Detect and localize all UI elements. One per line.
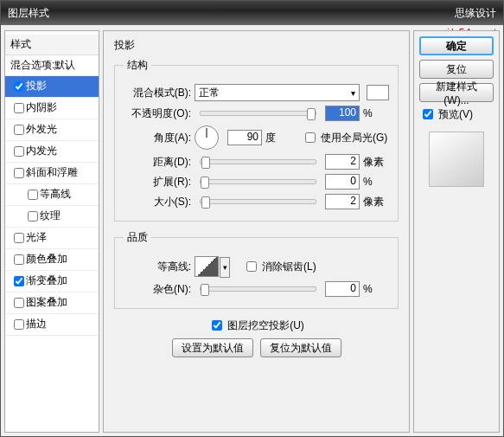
style-item-4[interactable]: 斜面和浮雕 — [5, 163, 99, 184]
size-unit: 像素 — [363, 195, 389, 209]
style-item-8[interactable]: 颜色叠加 — [5, 249, 99, 271]
knockout-row: 图层挖空投影(U) — [114, 318, 399, 333]
style-item-label: 投影 — [26, 80, 47, 92]
size-row: 大小(S): 2 像素 — [124, 194, 389, 209]
content-area: 样式 混合选项:默认 投影内阴影外发光内发光斜面和浮雕等高线纹理光泽颜色叠加渐变… — [4, 30, 500, 433]
style-item-0[interactable]: 投影 — [5, 76, 99, 98]
contour-label: 等高线: — [124, 260, 191, 274]
shadow-color-swatch[interactable] — [367, 85, 389, 100]
blend-mode-row: 混合模式(B): 正常 — [124, 84, 389, 101]
new-style-button[interactable]: 新建样式(W)... — [419, 83, 494, 102]
style-item-label: 光泽 — [26, 231, 47, 243]
style-item-2[interactable]: 外发光 — [5, 119, 99, 141]
slider-thumb[interactable] — [201, 284, 209, 296]
size-slider[interactable] — [200, 199, 316, 204]
style-item-label: 纹理 — [40, 209, 61, 222]
blend-mode-label: 混合模式(B): — [124, 86, 191, 100]
noise-slider[interactable] — [200, 286, 316, 292]
titlebar[interactable]: 图层样式 思缘设计 — [1, 1, 503, 25]
style-item-checkbox[interactable] — [14, 125, 24, 135]
style-item-checkbox[interactable] — [14, 298, 24, 308]
style-item-checkbox[interactable] — [14, 254, 24, 265]
style-item-label: 斜面和浮雕 — [26, 166, 78, 178]
opacity-label: 不透明度(O): — [124, 106, 191, 121]
style-item-10[interactable]: 图案叠加 — [5, 292, 99, 314]
style-item-checkbox[interactable] — [14, 103, 24, 113]
style-item-checkbox[interactable] — [14, 276, 24, 286]
knockout-input[interactable] — [212, 320, 222, 331]
style-item-11[interactable]: 描边 — [5, 314, 99, 336]
noise-input[interactable]: 0 — [325, 281, 360, 297]
quality-legend: 品质 — [124, 230, 151, 245]
structure-group: 结构 混合模式(B): 正常 不透明度(O): 100 % 角度(A): 90 — [114, 58, 399, 222]
noise-row: 杂色(N): 0 % — [124, 281, 389, 297]
distance-input[interactable]: 2 — [325, 154, 360, 170]
style-item-1[interactable]: 内阴影 — [5, 98, 99, 119]
preview-thumbnail — [429, 132, 484, 187]
preview-input[interactable] — [423, 109, 433, 119]
knockout-checkbox[interactable]: 图层挖空投影(U) — [208, 318, 304, 333]
quality-group: 品质 等高线: ▾ 消除锯齿(L) 杂色(N): 0 % — [114, 230, 399, 309]
preview-checkbox[interactable]: 预览(V) — [419, 106, 494, 122]
spread-slider[interactable] — [200, 179, 316, 184]
style-item-3[interactable]: 内发光 — [5, 141, 99, 163]
blend-options-default[interactable]: 混合选项:默认 — [5, 55, 99, 76]
structure-legend: 结构 — [124, 58, 151, 73]
action-panel: 确定 复位 新建样式(W)... 预览(V) — [413, 30, 500, 433]
styles-header: 样式 — [5, 35, 99, 55]
reset-default-button[interactable]: 复位为默认值 — [260, 338, 341, 357]
distance-row: 距离(D): 2 像素 — [124, 154, 389, 170]
slider-thumb[interactable] — [307, 108, 316, 120]
style-item-label: 颜色叠加 — [26, 253, 67, 265]
distance-unit: 像素 — [363, 155, 389, 170]
noise-label: 杂色(N): — [124, 282, 191, 297]
style-item-checkbox[interactable] — [14, 233, 24, 243]
style-item-checkbox[interactable] — [28, 211, 38, 222]
settings-panel: 投影 结构 混合模式(B): 正常 不透明度(O): 100 % 角度(A): — [103, 30, 410, 433]
noise-unit: % — [363, 283, 389, 295]
dial-needle — [207, 128, 207, 138]
distance-label: 距离(D): — [124, 155, 191, 170]
angle-unit: 度 — [265, 131, 291, 145]
layer-style-dialog: 图层样式 思缘设计 www.jb51.net 样式 混合选项:默认 投影内阴影外… — [0, 0, 504, 437]
branding-text: 思缘设计 — [455, 6, 496, 21]
styles-list: 样式 混合选项:默认 投影内阴影外发光内发光斜面和浮雕等高线纹理光泽颜色叠加渐变… — [4, 30, 99, 433]
opacity-input[interactable]: 100 — [325, 106, 360, 121]
spread-input[interactable]: 0 — [325, 174, 360, 190]
cancel-button[interactable]: 复位 — [419, 60, 494, 79]
style-item-label: 外发光 — [26, 123, 57, 135]
style-item-7[interactable]: 光泽 — [5, 228, 99, 249]
style-item-9[interactable]: 渐变叠加 — [5, 271, 99, 292]
blend-mode-combo[interactable]: 正常 — [195, 84, 360, 101]
style-item-5[interactable]: 等高线 — [5, 184, 99, 206]
style-item-checkbox[interactable] — [14, 81, 24, 92]
antialias-input[interactable] — [246, 261, 257, 272]
style-item-checkbox[interactable] — [14, 168, 24, 178]
spread-unit: % — [363, 176, 389, 188]
size-input[interactable]: 2 — [325, 194, 360, 209]
angle-dial[interactable] — [195, 125, 219, 150]
distance-slider[interactable] — [200, 159, 316, 164]
style-item-label: 内阴影 — [26, 101, 57, 113]
size-label: 大小(S): — [124, 195, 191, 209]
slider-thumb[interactable] — [201, 177, 209, 189]
make-default-button[interactable]: 设置为默认值 — [172, 338, 253, 357]
use-global-light-checkbox[interactable]: 使用全局光(G) — [302, 130, 387, 145]
style-item-checkbox[interactable] — [28, 190, 38, 200]
style-item-checkbox[interactable] — [14, 146, 24, 157]
style-item-6[interactable]: 纹理 — [5, 206, 99, 228]
opacity-row: 不透明度(O): 100 % — [124, 106, 389, 121]
ok-button[interactable]: 确定 — [419, 36, 494, 55]
antialias-checkbox[interactable]: 消除锯齿(L) — [243, 259, 316, 274]
chevron-down-icon[interactable]: ▾ — [220, 257, 230, 278]
opacity-slider[interactable] — [200, 111, 316, 116]
style-item-checkbox[interactable] — [14, 319, 24, 330]
style-item-label: 描边 — [26, 318, 47, 330]
contour-picker[interactable]: ▾ — [195, 256, 219, 277]
use-global-light-input[interactable] — [305, 132, 316, 143]
angle-input[interactable]: 90 — [227, 130, 262, 145]
slider-thumb[interactable] — [201, 157, 210, 169]
section-title: 投影 — [114, 38, 399, 53]
default-buttons-row: 设置为默认值 复位为默认值 — [114, 338, 399, 357]
slider-thumb[interactable] — [201, 196, 210, 209]
